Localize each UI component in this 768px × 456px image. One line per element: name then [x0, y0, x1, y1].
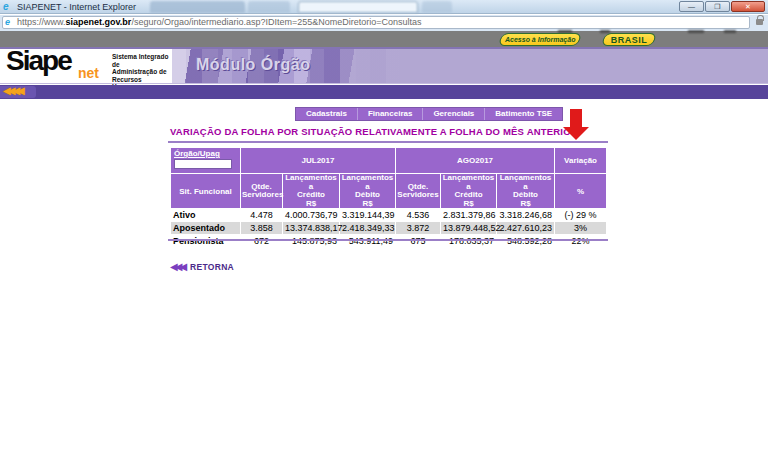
col-sit-funcional: Sit. Funcional: [171, 174, 240, 208]
heading-underline: [168, 141, 608, 143]
red-annotation-arrow-head: [563, 127, 589, 140]
tab-financeiras[interactable]: Financeiras: [358, 108, 423, 120]
address-bar[interactable]: ehttps://www.siapenet.gov.br/seguro/Orga…: [2, 16, 750, 29]
url-path: /seguro/Orgao/intermediario.asp?IDItem=2…: [131, 17, 421, 27]
purple-divider-bar: ◀◀◀◀: [0, 85, 768, 99]
siape-logo-text: Siape: [6, 45, 71, 77]
cell-value: 2.418.349,33: [340, 222, 395, 234]
cell-value: 3.872: [396, 222, 440, 234]
lock-icon: [756, 19, 763, 25]
blurred-browser-tab-active[interactable]: [298, 1, 418, 13]
siapenet-logo: Siape net Sistema Integrado de Administr…: [0, 49, 172, 83]
cell-value: 2.831.379,86: [441, 209, 496, 221]
browser-window: e SIAPENET - Internet Explorer — ❐ ✕ eht…: [0, 0, 768, 456]
cell-value: 4.478: [241, 209, 282, 221]
cell-value: 543.911,49: [340, 235, 395, 247]
row-label: Aposentado: [171, 222, 240, 234]
maximize-button[interactable]: ❐: [705, 1, 730, 12]
variacao-folha-table: Órgão/Upag JUL2017 AGO2017 Variação Sit.…: [170, 147, 607, 248]
new-tab-button[interactable]: [422, 1, 452, 13]
brasil-button[interactable]: BRASIL: [601, 33, 657, 46]
retorna-arrows-icon: ◀◀◀: [170, 261, 184, 272]
blurred-toolbar-item: [688, 30, 704, 33]
page-title: VARIAÇÃO DA FOLHA POR SITUAÇÃO RELATIVAM…: [170, 126, 578, 137]
siapenet-header: Siape net Sistema Integrado de Administr…: [0, 47, 768, 84]
cell-value: 13.879.448,52: [441, 222, 496, 234]
orgao-upag-input[interactable]: [174, 159, 232, 169]
address-row: ehttps://www.siapenet.gov.br/seguro/Orga…: [0, 15, 768, 31]
col-group-ago2017: AGO2017: [396, 148, 554, 173]
consulta-nav-tabs: Cadastrais Financeiras Gerenciais Batime…: [295, 107, 563, 121]
blurred-toolbar-item: [724, 30, 736, 33]
cell-value: 675: [396, 235, 440, 247]
cell-value: 4.536: [396, 209, 440, 221]
blurred-browser-tab[interactable]: [248, 1, 290, 13]
title-bar: e SIAPENET - Internet Explorer — ❐ ✕: [0, 0, 768, 14]
close-button[interactable]: ✕: [731, 1, 765, 12]
cell-value: 3.319.144,39: [340, 209, 395, 221]
table-bottom-rule: [168, 239, 608, 241]
table-row-pensionista: Pensionista 672 145.875,93 543.911,49 67…: [171, 235, 606, 247]
tab-batimento-tse[interactable]: Batimento TSE: [485, 108, 562, 120]
cell-value: 178.035,37: [441, 235, 496, 247]
window-controls: — ❐ ✕: [678, 1, 765, 12]
table-row-aposentado: Aposentado 3.858 13.374.838,17 2.418.349…: [171, 222, 606, 234]
row-label: Pensionista: [171, 235, 240, 247]
cell-value: 672: [241, 235, 282, 247]
cell-value: 4.000.736,79: [283, 209, 339, 221]
red-annotation-arrow: [570, 109, 582, 127]
tab-gerenciais[interactable]: Gerenciais: [423, 108, 485, 120]
module-orgao-title: Módulo Órgão: [196, 56, 310, 74]
url-domain: siapenet.gov.br: [66, 17, 132, 27]
orgao-upag-link[interactable]: Órgão/Upag: [174, 149, 220, 158]
cell-value: 3%: [555, 222, 606, 234]
cell-value: 3.318.246,68: [497, 209, 554, 221]
gov-top-bar: Acesso à Informação BRASIL: [0, 31, 768, 47]
col-lanc-debito-ago: Lançamentos a Débito R$: [497, 174, 554, 208]
retorna-link[interactable]: ◀◀◀ RETORNA: [170, 261, 234, 272]
blurred-browser-tab[interactable]: [150, 1, 245, 13]
col-variacao: Variação: [555, 148, 606, 173]
ie-favicon-icon: e: [3, 1, 9, 12]
brasil-label: BRASIL: [611, 35, 648, 45]
tab-cadastrais[interactable]: Cadastrais: [296, 108, 358, 120]
url-prefix: https://www.: [17, 17, 66, 27]
cell-value: 145.875,93: [283, 235, 339, 247]
col-lanc-debito-jul: Lançamentos a Débito R$: [340, 174, 395, 208]
acesso-informacao-button[interactable]: Acesso à Informação: [498, 33, 582, 46]
minimize-button[interactable]: —: [679, 1, 704, 12]
col-pct: %: [555, 174, 606, 208]
acesso-informacao-label: Acesso à Informação: [505, 36, 575, 43]
retorna-label: RETORNA: [190, 262, 234, 272]
back-arrows-icon: ◀◀◀◀: [3, 85, 22, 96]
col-qtde-servidores-ago: Qtde. Servidores: [396, 174, 440, 208]
back-arrows-patch[interactable]: ◀◀◀◀: [0, 86, 36, 98]
row-label: Ativo: [171, 209, 240, 221]
cell-value: 548.592,28: [497, 235, 554, 247]
cell-value: 22%: [555, 235, 606, 247]
table-row-ativo: Ativo 4.478 4.000.736,79 3.319.144,39 4.…: [171, 209, 606, 221]
net-logo-text: net: [78, 65, 99, 81]
col-qtde-servidores-jul: Qtde. Servidores: [241, 174, 282, 208]
window-title: SIAPENET - Internet Explorer: [17, 2, 136, 12]
cell-value: 3.858: [241, 222, 282, 234]
col-group-jul2017: JUL2017: [241, 148, 395, 173]
col-lanc-credito-ago: Lançamentos a Crédito R$: [441, 174, 496, 208]
col-lanc-credito-jul: Lançamentos a Crédito R$: [283, 174, 339, 208]
ie-page-icon: e: [5, 17, 10, 28]
cell-value: (-) 29 %: [555, 209, 606, 221]
cell-value: 2.427.610,23: [497, 222, 554, 234]
orgao-upag-cell: Órgão/Upag: [171, 148, 240, 173]
cell-value: 13.374.838,17: [283, 222, 339, 234]
